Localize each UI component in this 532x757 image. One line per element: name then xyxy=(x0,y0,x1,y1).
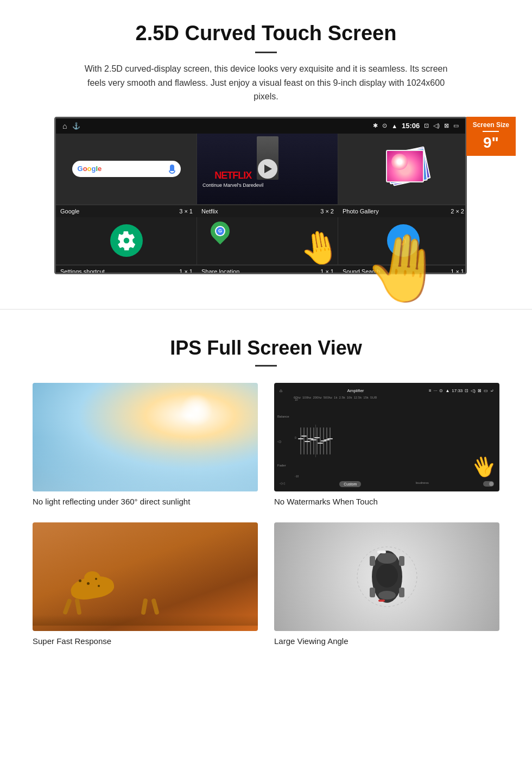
section-curved-screen: 2.5D Curved Touch Screen With 2.5D curve… xyxy=(0,0,532,293)
feature-grid: No light reflecting under 360° direct su… xyxy=(33,383,499,646)
feature-amplifier: ⌂ Amplifier ≡···⊙▲17:33⊡◁)⊠▭⤾ 60hz100hz2… xyxy=(274,383,499,506)
google-cell-top[interactable]: Google xyxy=(56,134,197,204)
google-search-bar[interactable]: Google xyxy=(72,161,181,177)
netflix-label: Netflix 3 × 2 xyxy=(197,205,338,218)
settings-cell[interactable] xyxy=(56,217,197,264)
screen-size-badge: Screen Size 9" xyxy=(466,117,516,156)
feature-sunlight: No light reflecting under 360° direct su… xyxy=(33,383,258,506)
signal-icon: ⊠ xyxy=(444,122,449,129)
device-mockup: ⌂ ⚓ ✱ ⊙ ▲ 15:06 ⊡ ◁) ⊠ ▭ xyxy=(54,117,478,274)
badge-divider xyxy=(483,131,499,132)
maps-icon: G xyxy=(211,222,230,243)
share-location-cell[interactable]: G 🤚 xyxy=(197,217,338,264)
svg-point-4 xyxy=(376,564,398,588)
svg-rect-7 xyxy=(370,588,375,597)
section-divider xyxy=(0,309,532,310)
mic-icon xyxy=(169,165,175,173)
photo-stack xyxy=(376,147,430,191)
feature-car: Large Viewing Angle xyxy=(274,522,499,646)
car-photo xyxy=(274,522,499,631)
cheetah-label: Super Fast Response xyxy=(33,636,258,646)
status-bar: ⌂ ⚓ ✱ ⊙ ▲ 15:06 ⊡ ◁) ⊠ ▭ xyxy=(56,118,465,134)
battery-icon: ▭ xyxy=(453,122,459,129)
section2-divider xyxy=(255,365,277,367)
status-bar-left: ⌂ ⚓ xyxy=(62,122,80,130)
amplifier-image: ⌂ Amplifier ≡···⊙▲17:33⊡◁)⊠▭⤾ 60hz100hz2… xyxy=(274,383,499,491)
svg-rect-9 xyxy=(377,551,386,553)
location-icon: ⊙ xyxy=(382,122,387,129)
bluetooth-icon: ✱ xyxy=(373,122,378,129)
wifi-icon: ▲ xyxy=(391,123,397,129)
photo-gallery-label: Photo Gallery 2 × 2 xyxy=(338,205,467,218)
car-label: Large Viewing Angle xyxy=(274,636,499,646)
svg-point-2 xyxy=(377,553,397,564)
amp-header: ⌂ Amplifier ≡···⊙▲17:33⊡◁)⊠▭⤾ xyxy=(277,386,496,396)
section2-title: IPS Full Screen View xyxy=(33,337,499,359)
car-top-svg xyxy=(354,533,420,620)
cheetah-image xyxy=(33,522,258,631)
amp-footer: ◁◁ Custom loudness xyxy=(277,480,496,488)
amp-ui: ⌂ Amplifier ≡···⊙▲17:33⊡◁)⊠▭⤾ 60hz100hz2… xyxy=(274,383,499,491)
status-time: 15:06 xyxy=(402,122,420,130)
volume-icon: ◁) xyxy=(433,122,440,129)
netflix-logo: NETFLIX Continue Marvel's Daredevil xyxy=(202,170,263,188)
sunlight-label: No light reflecting under 360° direct su… xyxy=(33,497,258,506)
sunlight-photo xyxy=(33,383,258,491)
gear-svg xyxy=(117,231,136,250)
google-logo: Google xyxy=(78,165,102,173)
svg-rect-5 xyxy=(370,556,375,566)
car-image xyxy=(274,522,499,631)
status-bar-right: ✱ ⊙ ▲ 15:06 ⊡ ◁) ⊠ ▭ xyxy=(373,122,459,130)
eq-bars: 100-10 xyxy=(296,398,496,478)
google-label: Google 3 × 1 xyxy=(56,205,197,218)
camera-icon: ⊡ xyxy=(424,122,429,129)
app-labels-row1: Google 3 × 1 Netflix 3 × 2 Photo Gallery… xyxy=(56,205,465,217)
section1-divider xyxy=(255,52,277,53)
amplifier-label: No Watermarks When Touch xyxy=(274,497,499,506)
section-ips-screen: IPS Full Screen View No light reflecting… xyxy=(0,326,532,667)
settings-icon xyxy=(110,224,143,257)
svg-rect-10 xyxy=(378,600,385,602)
netflix-cell-top[interactable]: NETFLIX Continue Marvel's Daredevil xyxy=(197,134,338,204)
svg-rect-6 xyxy=(399,556,404,566)
settings-label: Settings shortcut 1 × 1 xyxy=(56,265,197,274)
sun-glare xyxy=(180,394,213,426)
cheetah-photo xyxy=(33,522,258,631)
home-icon: ⌂ xyxy=(62,122,67,130)
touch-hand-illustration: 🤚 xyxy=(360,227,448,311)
hand-pointing-icon: 🤚 xyxy=(296,225,338,264)
cheetah-body xyxy=(54,571,163,615)
feature-cheetah: Super Fast Response xyxy=(33,522,258,646)
usb-icon: ⚓ xyxy=(72,122,80,130)
svg-rect-8 xyxy=(399,588,404,597)
amp-screen-placeholder: ⌂ Amplifier ≡···⊙▲17:33⊡◁)⊠▭⤾ 60hz100hz2… xyxy=(274,383,499,491)
share-location-label: Share location 1 × 1 xyxy=(197,265,338,274)
section1-title: 2.5D Curved Touch Screen xyxy=(33,22,499,45)
svg-point-3 xyxy=(378,591,396,600)
sunlight-image xyxy=(33,383,258,491)
amp-body: 60hz100hz200hz500hz1k2.5k10k12.5k15kSUB … xyxy=(277,396,496,480)
section1-description: With 2.5D curved-display screen, this de… xyxy=(81,62,451,104)
photo-gallery-cell-top[interactable] xyxy=(338,134,467,204)
